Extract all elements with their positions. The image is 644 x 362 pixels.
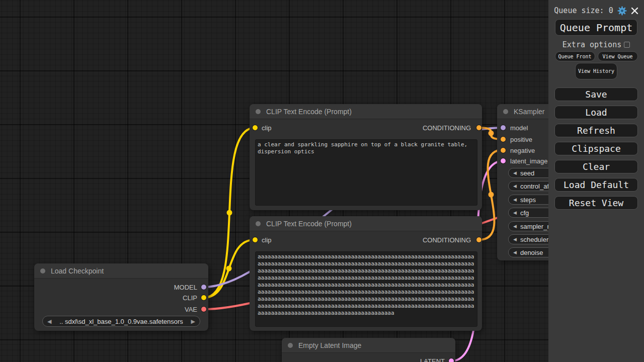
queue-front-button[interactable]: Queue Front <box>555 51 595 61</box>
input-slot-positive[interactable] <box>501 137 506 142</box>
node-title: Empty Latent Image <box>298 341 361 349</box>
node-empty-latent-image[interactable]: Empty Latent Image LATENT <box>282 338 455 362</box>
output-slot-conditioning[interactable] <box>476 125 481 130</box>
input-slot-latent-image[interactable] <box>501 158 506 163</box>
save-button[interactable]: Save <box>554 87 638 101</box>
collapse-dot[interactable] <box>503 109 508 114</box>
combo-right-arrow[interactable]: ▶ <box>191 318 195 325</box>
output-slot-vae[interactable] <box>201 307 206 312</box>
queue-size-label: Queue size: 0 <box>554 6 613 15</box>
collapse-dot[interactable] <box>40 268 45 274</box>
refresh-button[interactable]: Refresh <box>554 124 638 137</box>
input-slot-clip[interactable] <box>253 125 258 130</box>
input-slot-model[interactable] <box>501 125 506 130</box>
input-label-latent-image: latent_image <box>510 157 547 165</box>
input-label-clip: clip <box>262 236 272 244</box>
view-history-button[interactable]: View History <box>575 63 617 79</box>
widget-label: denoise <box>520 249 543 256</box>
ckpt-name-widget[interactable]: ◀ .. sdxl\sd_xl_base_1.0_0.9vae.safetens… <box>42 316 200 327</box>
widget-left-arrow[interactable]: ◀ <box>513 184 517 189</box>
input-slot-clip[interactable] <box>253 237 258 242</box>
widget-left-arrow[interactable]: ◀ <box>513 170 517 175</box>
widget-label: scheduler <box>520 236 548 243</box>
gear-icon <box>617 6 627 16</box>
input-label-model: model <box>510 124 528 132</box>
link-midpoint-dot <box>489 131 494 136</box>
node-title-bar[interactable]: Empty Latent Image <box>282 338 455 353</box>
widget-left-arrow[interactable]: ◀ <box>513 197 517 202</box>
settings-button[interactable] <box>617 6 627 16</box>
output-slot-model[interactable] <box>201 285 206 290</box>
output-label-conditioning: CONDITIONING <box>423 124 471 132</box>
widget-left-arrow[interactable]: ◀ <box>513 250 517 255</box>
clipspace-button[interactable]: Clipspace <box>554 142 638 155</box>
node-title: CLIP Text Encode (Prompt) <box>266 220 352 228</box>
close-icon <box>631 7 638 15</box>
node-title-bar[interactable]: Load Checkpoint <box>34 263 208 279</box>
output-label-latent: LATENT <box>420 357 445 362</box>
load-default-button[interactable]: Load Default <box>554 178 638 192</box>
node-title-bar[interactable]: CLIP Text Encode (Prompt) <box>250 216 482 231</box>
negative-prompt-textarea[interactable]: aaaaaaaaaaaaaaaaaaaaaaaaaaaaaaaaaaaaaaaa… <box>255 251 477 327</box>
link-midpoint-dot <box>226 266 232 272</box>
extra-options-checkbox[interactable] <box>624 42 630 48</box>
input-label-clip: clip <box>262 124 272 132</box>
output-label-model: MODEL <box>174 284 197 291</box>
collapse-dot[interactable] <box>256 221 261 226</box>
node-title: CLIP Text Encode (Prompt) <box>266 108 352 116</box>
widget-left-arrow[interactable]: ◀ <box>513 210 517 215</box>
collapse-dot[interactable] <box>288 343 293 348</box>
node-title: Load Checkpoint <box>51 267 104 275</box>
output-slot-latent[interactable] <box>449 358 454 362</box>
comfy-menu: Queue size: 0 Que <box>548 0 644 362</box>
close-menu-button[interactable] <box>631 7 638 15</box>
output-label-conditioning: CONDITIONING <box>423 236 471 244</box>
node-canvas[interactable]: CLIP Text Encode (Prompt) clip CONDITION… <box>0 0 644 362</box>
widget-label: cfg <box>520 209 529 217</box>
input-slot-negative[interactable] <box>501 148 506 153</box>
node-load-checkpoint[interactable]: Load Checkpoint MODEL CLIP VAE ◀ .. sdxl… <box>34 263 208 331</box>
widget-left-arrow[interactable]: ◀ <box>513 224 517 229</box>
view-queue-button[interactable]: View Queue <box>598 51 638 61</box>
link-midpoint-dot <box>227 210 232 216</box>
ckpt-name-value: .. sdxl\sd_xl_base_1.0_0.9vae.safetensor… <box>51 318 191 325</box>
widget-left-arrow[interactable]: ◀ <box>513 237 517 242</box>
link-midpoint-dot <box>489 192 494 198</box>
load-button[interactable]: Load <box>554 106 638 119</box>
collapse-dot[interactable] <box>256 109 261 114</box>
node-title: KSampler <box>514 108 544 116</box>
output-slot-conditioning[interactable] <box>476 237 481 242</box>
node-title-bar[interactable]: CLIP Text Encode (Prompt) <box>250 104 482 119</box>
input-label-positive: positive <box>510 136 532 143</box>
extra-options-label: Extra options <box>562 40 621 49</box>
positive-prompt-textarea[interactable]: a clear and sparkling sapphire on top of… <box>255 139 477 206</box>
input-label-negative: negative <box>510 147 535 154</box>
combo-left-arrow[interactable]: ◀ <box>47 318 51 325</box>
queue-prompt-button[interactable]: Queue Prompt <box>555 19 637 36</box>
widget-label: steps <box>520 196 536 204</box>
node-clip-text-encode-negative[interactable]: CLIP Text Encode (Prompt) clip CONDITION… <box>250 216 482 331</box>
reset-view-button[interactable]: Reset View <box>554 196 638 210</box>
clear-button[interactable]: Clear <box>554 160 638 173</box>
widget-label: seed <box>520 169 534 177</box>
output-slot-clip[interactable] <box>201 295 206 300</box>
node-clip-text-encode-positive[interactable]: CLIP Text Encode (Prompt) clip CONDITION… <box>250 104 482 210</box>
output-label-clip: CLIP <box>183 294 197 302</box>
output-label-vae: VAE <box>185 306 197 313</box>
